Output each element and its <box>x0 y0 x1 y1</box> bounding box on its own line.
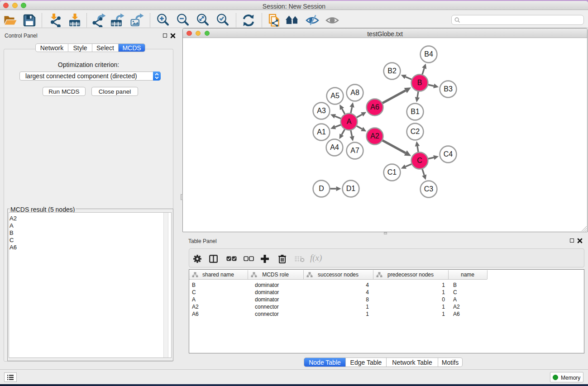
svg-text:B: B <box>417 79 422 86</box>
svg-text:B2: B2 <box>387 67 397 75</box>
svg-text:A6: A6 <box>370 103 379 111</box>
svg-text:C2: C2 <box>411 128 420 135</box>
svg-text:D: D <box>319 185 324 192</box>
svg-text:A4: A4 <box>330 143 339 151</box>
svg-text:C4: C4 <box>444 150 453 158</box>
svg-text:A8: A8 <box>350 89 359 96</box>
svg-text:D1: D1 <box>346 185 356 192</box>
svg-text:A: A <box>347 118 352 125</box>
svg-text:B3: B3 <box>444 85 453 93</box>
svg-text:A3: A3 <box>317 107 326 114</box>
svg-text:C3: C3 <box>424 185 434 193</box>
svg-text:B4: B4 <box>424 50 433 58</box>
svg-text:A7: A7 <box>350 147 359 154</box>
svg-text:C: C <box>417 157 422 164</box>
svg-text:C1: C1 <box>387 168 397 176</box>
svg-text:A1: A1 <box>317 128 326 136</box>
svg-text:A2: A2 <box>370 132 379 140</box>
svg-text:B1: B1 <box>411 108 420 115</box>
svg-text:A5: A5 <box>330 92 339 100</box>
